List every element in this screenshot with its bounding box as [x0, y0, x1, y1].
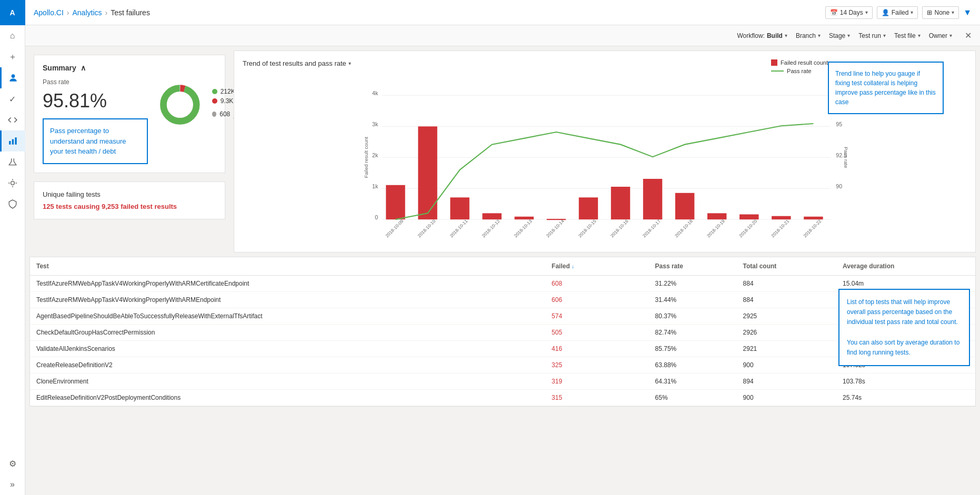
donut-chart: [156, 78, 204, 131]
chart-panel: Trend of test results and pass rate ▾ Tr…: [234, 50, 976, 252]
testfile-filter[interactable]: Test file ▾: [894, 32, 921, 39]
col-passrate[interactable]: Pass rate: [649, 257, 737, 276]
table-row[interactable]: EditReleaseDefinitionV2PostDeploymentCon…: [30, 390, 975, 406]
workflow-label-text: Workflow:: [737, 32, 764, 39]
cell-totalcount-4: 2921: [737, 341, 836, 357]
list-annotation-line2: You can also sort by average duration to…: [847, 338, 962, 358]
cell-test-1: TestIfAzureRMWebAppTaskV4WorkingProperly…: [30, 292, 545, 308]
bar-5: [547, 219, 566, 220]
svg-text:2018-10-22: 2018-10-22: [802, 218, 822, 238]
summary-header[interactable]: Summary ∧: [43, 64, 216, 72]
table-row[interactable]: CreateReleaseDefinitionV2 325 63.88% 900…: [30, 357, 975, 373]
cell-failed-1: 606: [545, 292, 622, 308]
none-chevron: ▾: [952, 9, 954, 15]
cell-totalcount-5: 900: [737, 357, 836, 373]
pass-rate-card: Pass rate 95.81% Pass percentage to unde…: [43, 78, 148, 164]
cell-totalcount-6: 894: [737, 373, 836, 390]
workflow-filter[interactable]: Workflow: Build ▾: [737, 32, 787, 39]
sidebar-check[interactable]: ✓: [0, 88, 25, 109]
svg-text:2018-10-18: 2018-10-18: [674, 218, 694, 238]
cell-totalcount-3: 2926: [737, 325, 836, 341]
cell-sort-2: [622, 308, 649, 325]
close-button[interactable]: ✕: [965, 31, 972, 41]
sidebar-settings[interactable]: ⚙: [0, 453, 25, 474]
sidebar-home[interactable]: ⌂: [0, 25, 25, 46]
cell-avgduration-7: 25.74s: [836, 390, 975, 406]
breadcrumb-page: Test failures: [111, 8, 150, 17]
breadcrumb-analytics[interactable]: Analytics: [72, 8, 102, 17]
calendar-icon: 📅: [830, 9, 838, 16]
table-row[interactable]: CheckDefaultGroupHasCorrectPermission 50…: [30, 325, 975, 341]
owner-filter[interactable]: Owner ▾: [929, 32, 952, 39]
cell-passrate-1: 31.44%: [649, 292, 737, 308]
stage-filter[interactable]: Stage ▾: [829, 32, 850, 39]
chart-chevron: ▾: [348, 60, 351, 66]
svg-text:3k: 3k: [372, 121, 378, 127]
cell-passrate-6: 64.31%: [649, 373, 737, 390]
failed-value: 9.3K: [221, 97, 234, 105]
svg-text:2018-10-19: 2018-10-19: [706, 218, 726, 238]
days-chevron: ▾: [865, 9, 868, 15]
app-logo[interactable]: A: [0, 0, 25, 25]
summary-title: Summary: [43, 64, 76, 72]
sidebar-add[interactable]: ＋: [0, 46, 25, 67]
branch-filter[interactable]: Branch ▾: [796, 32, 821, 39]
cell-passrate-4: 85.75%: [649, 341, 737, 357]
sidebar-analytics[interactable]: [0, 130, 25, 151]
sidebar-code[interactable]: [0, 109, 25, 130]
col-failed[interactable]: Failed ↓: [545, 257, 622, 276]
svg-text:2018-10-16: 2018-10-16: [609, 218, 629, 238]
sidebar-build[interactable]: [0, 173, 25, 194]
table-row[interactable]: TestIfAzureRMWebAppTaskV4WorkingProperly…: [30, 292, 975, 308]
none-filter[interactable]: ⊞ None ▾: [922, 6, 959, 19]
testfile-chevron: ▾: [918, 33, 921, 38]
trend-annotation-text: Trend line to help you gauge if fixing t…: [835, 70, 936, 106]
table-row[interactable]: AgentBasedPipelineShouldBeAbleToSuccessf…: [30, 308, 975, 325]
col-test[interactable]: Test: [30, 257, 545, 276]
col-avgduration[interactable]: Average duration: [836, 257, 975, 276]
pass-rate-annotation: Pass percentage to understand and measur…: [43, 118, 148, 164]
failing-tests-card: Unique failing tests 125 tests causing 9…: [34, 181, 225, 219]
failing-description: tests causing 9,253 failed test results: [56, 203, 177, 210]
owner-chevron: ▾: [949, 33, 952, 38]
sidebar-expand[interactable]: »: [0, 474, 25, 495]
svg-rect-2: [12, 139, 14, 145]
sidebar-flask[interactable]: [0, 151, 25, 173]
passed-dot: [212, 89, 217, 94]
cell-test-2: AgentBasedPipelineShouldBeAbleToSuccessf…: [30, 308, 545, 325]
summary-collapse-icon: ∧: [81, 64, 86, 72]
col-totalcount[interactable]: Total count: [737, 257, 836, 276]
breadcrumb: Apollo.CI › Analytics › Test failures: [34, 8, 150, 17]
table-row[interactable]: ValidateAllJenkinsScenarios 416 85.75% 2…: [30, 341, 975, 357]
cell-passrate-3: 82.74%: [649, 325, 737, 341]
failing-number: 125: [43, 203, 54, 210]
cell-sort-0: [622, 276, 649, 292]
pass-rate-value: 95.81%: [43, 90, 148, 112]
filter-icon[interactable]: ▼: [963, 8, 972, 17]
testrun-chevron: ▾: [883, 33, 886, 38]
cell-sort-6: [622, 373, 649, 390]
table-row[interactable]: TestIfAzureRMWebAppTaskV4WorkingProperly…: [30, 276, 975, 292]
chart-title-text: Trend of test results and pass rate: [243, 59, 346, 67]
cell-failed-2: 574: [545, 308, 622, 325]
bar-7: [611, 187, 630, 219]
cell-test-4: ValidateAllJenkinsScenarios: [30, 341, 545, 357]
svg-text:4k: 4k: [372, 90, 378, 96]
testrun-filter[interactable]: Test run ▾: [858, 32, 886, 39]
status-filter[interactable]: 👤 Failed ▾: [877, 6, 918, 19]
svg-text:2018-10-20: 2018-10-20: [738, 218, 758, 238]
sidebar-shield[interactable]: [0, 194, 25, 215]
svg-rect-1: [9, 141, 11, 145]
cell-failed-0: 608: [545, 276, 622, 292]
cell-test-0: TestIfAzureRMWebAppTaskV4WorkingProperly…: [30, 276, 545, 292]
results-table: Test Failed ↓ Pass rate Total count Aver…: [30, 257, 975, 406]
cell-failed-7: 315: [545, 390, 622, 406]
breadcrumb-app[interactable]: Apollo.CI: [34, 8, 64, 17]
sidebar-user[interactable]: [0, 67, 25, 88]
svg-text:90: 90: [836, 183, 842, 189]
table-row[interactable]: CloneEnvironment 319 64.31% 894 103.78s: [30, 373, 975, 390]
topbar: Apollo.CI › Analytics › Test failures 📅 …: [25, 0, 980, 25]
days-filter[interactable]: 📅 14 Days ▾: [825, 6, 873, 19]
workflow-chevron: ▾: [785, 33, 787, 38]
testrun-label: Test run: [858, 32, 881, 39]
